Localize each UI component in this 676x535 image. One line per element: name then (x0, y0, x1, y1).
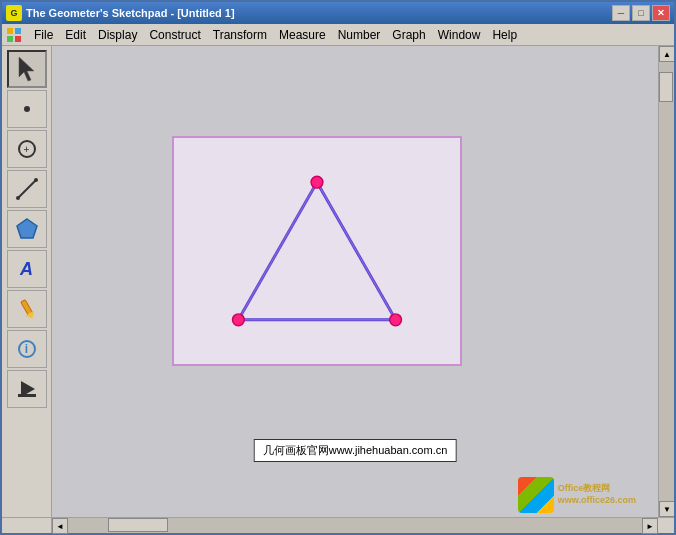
drawing-canvas (172, 136, 462, 366)
right-scrollbar: ▲ ▼ (658, 46, 674, 517)
svg-rect-2 (7, 36, 13, 42)
select-tool-button[interactable] (7, 50, 47, 88)
info-tool-button[interactable]: i (7, 330, 47, 368)
menu-transform[interactable]: Transform (207, 26, 273, 44)
svg-line-5 (18, 180, 36, 198)
main-content: A i (2, 46, 674, 517)
svg-point-7 (34, 178, 38, 182)
svg-rect-0 (7, 28, 13, 34)
menu-display[interactable]: Display (92, 26, 143, 44)
menu-app-icon (4, 25, 24, 45)
compass-tool-button[interactable] (7, 130, 47, 168)
watermark-text: 几何画板官网www.jihehuaban.com.cn (254, 439, 457, 462)
canvas-area[interactable]: 几何画板官网www.jihehuaban.com.cn Office教程网 ww… (52, 46, 658, 517)
svg-point-21 (390, 314, 402, 326)
play-tool-button[interactable] (7, 370, 47, 408)
svg-line-16 (238, 182, 317, 320)
polygon-icon (15, 217, 39, 241)
office-badge-text: Office教程网 www.office26.com (558, 483, 636, 506)
triangle-svg (174, 138, 460, 364)
svg-marker-4 (19, 57, 34, 81)
menu-measure[interactable]: Measure (273, 26, 332, 44)
window-title: The Geometer's Sketchpad - [Untitled 1] (26, 7, 235, 19)
scroll-up-button[interactable]: ▲ (659, 46, 674, 62)
svg-rect-12 (18, 394, 36, 397)
svg-point-19 (311, 176, 323, 188)
office-text-line2: www.office26.com (558, 495, 636, 507)
svg-point-20 (232, 314, 244, 326)
menu-number[interactable]: Number (332, 26, 387, 44)
toolbar: A i (2, 46, 52, 517)
menu-items: File Edit Display Construct Transform Me… (4, 25, 523, 45)
watermark-label: 几何画板官网www.jihehuaban.com.cn (263, 444, 448, 456)
svg-point-6 (16, 196, 20, 200)
bottom-left-spacer (2, 518, 52, 533)
pencil-tool-button[interactable] (7, 290, 47, 328)
window-controls: ─ □ ✕ (612, 5, 670, 21)
menu-file[interactable]: File (28, 26, 59, 44)
menu-window[interactable]: Window (432, 26, 487, 44)
scroll-down-button[interactable]: ▼ (659, 501, 674, 517)
office-badge: Office教程网 www.office26.com (518, 477, 636, 513)
menu-bar: File Edit Display Construct Transform Me… (2, 24, 674, 46)
text-icon: A (20, 259, 33, 280)
point-tool-button[interactable] (7, 90, 47, 128)
bottom-scrollbar: ◄ ► (2, 517, 674, 533)
menu-construct[interactable]: Construct (143, 26, 206, 44)
info-icon: i (18, 340, 36, 358)
polygon-tool-button[interactable] (7, 210, 47, 248)
line-icon (15, 177, 39, 201)
title-bar-left: G The Geometer's Sketchpad - [Untitled 1… (6, 5, 235, 21)
scroll-track-horizontal[interactable] (68, 518, 642, 533)
pencil-icon (16, 298, 38, 320)
menu-graph[interactable]: Graph (386, 26, 431, 44)
scroll-thumb-horizontal[interactable] (108, 518, 168, 532)
office-logo-icon (518, 477, 554, 513)
close-button[interactable]: ✕ (652, 5, 670, 21)
scroll-thumb-vertical[interactable] (659, 72, 673, 102)
minimize-button[interactable]: ─ (612, 5, 630, 21)
scroll-left-button[interactable]: ◄ (52, 518, 68, 534)
main-window: G The Geometer's Sketchpad - [Untitled 1… (0, 0, 676, 535)
svg-rect-3 (15, 36, 21, 42)
compass-icon (18, 140, 36, 158)
svg-line-17 (317, 182, 396, 320)
title-bar: G The Geometer's Sketchpad - [Untitled 1… (2, 2, 674, 24)
scroll-track-vertical[interactable] (659, 62, 674, 501)
line-tool-button[interactable] (7, 170, 47, 208)
bottom-right-spacer (658, 518, 674, 533)
point-icon (24, 106, 30, 112)
menu-help[interactable]: Help (486, 26, 523, 44)
menu-edit[interactable]: Edit (59, 26, 92, 44)
svg-rect-1 (15, 28, 21, 34)
restore-button[interactable]: □ (632, 5, 650, 21)
svg-marker-8 (17, 219, 37, 238)
play-icon (16, 378, 38, 400)
app-icon: G (6, 5, 22, 21)
cursor-icon (15, 55, 39, 83)
office-text-line1: Office教程网 (558, 483, 636, 495)
text-tool-button[interactable]: A (7, 250, 47, 288)
scroll-right-button[interactable]: ► (642, 518, 658, 534)
